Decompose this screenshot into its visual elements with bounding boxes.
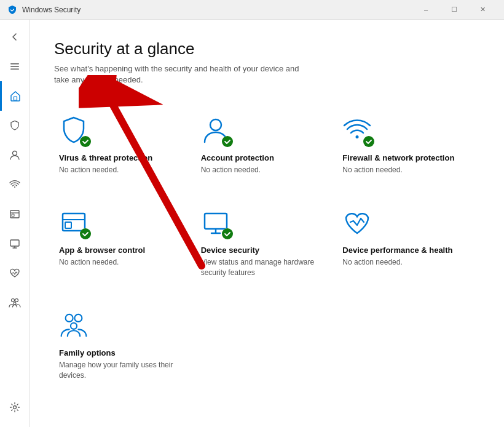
svg-point-29 (71, 323, 77, 329)
monitor-icon (9, 238, 20, 249)
svg-point-11 (11, 299, 14, 302)
sidebar-item-device-security[interactable] (0, 229, 30, 258)
card-virus-threat[interactable]: Virus & threat protection No action need… (54, 105, 196, 185)
svg-point-28 (74, 314, 82, 322)
svg-rect-23 (205, 214, 227, 229)
app-browser-check-icon (80, 228, 91, 239)
device-security-title: Device security (201, 245, 328, 255)
svg-rect-7 (12, 214, 14, 217)
sidebar-item-settings[interactable] (0, 393, 30, 422)
device-security-status: View status and manage hardware security… (201, 257, 328, 278)
app-container: Security at a glance See what's happenin… (0, 20, 504, 427)
virus-threat-icon-container (59, 115, 91, 147)
back-icon (9, 31, 20, 42)
svg-point-17 (222, 136, 233, 147)
home-icon (10, 90, 21, 102)
card-device-security[interactable]: Device security View status and manage h… (196, 198, 338, 288)
card-family-options[interactable]: Family options Manage how your family us… (54, 300, 196, 391)
device-performance-icon-container (342, 207, 374, 239)
device-performance-heart-icon (342, 207, 372, 237)
card-account-protection[interactable]: Account protection No action needed. (196, 105, 338, 185)
svg-point-4 (12, 151, 17, 156)
device-security-icon-container (201, 207, 233, 239)
virus-threat-title: Virus & threat protection (59, 153, 186, 162)
svg-rect-1 (10, 66, 19, 67)
sidebar-item-account[interactable] (0, 140, 30, 170)
svg-point-22 (80, 228, 91, 239)
svg-rect-8 (10, 240, 19, 246)
account-protection-status: No action needed. (201, 165, 328, 175)
firewall-check-icon (363, 136, 374, 147)
main-content: Security at a glance See what's happenin… (30, 20, 504, 427)
firewall-icon-container (342, 115, 374, 147)
app-browser-status: No action needed. (59, 257, 186, 268)
sidebar-item-device-performance[interactable] (0, 258, 30, 288)
sidebar-bottom (0, 393, 30, 422)
family-options-status: Manage how your family uses their device… (59, 360, 186, 381)
family-people-icon (59, 310, 89, 340)
hamburger-icon (9, 61, 20, 72)
page-title: Security at a glance (54, 39, 479, 58)
app-browser-title: App & browser control (59, 245, 186, 255)
svg-rect-3 (14, 97, 17, 100)
virus-threat-status: No action needed. (59, 165, 186, 175)
wifi-icon (9, 179, 20, 190)
maximize-button[interactable]: ☐ (440, 0, 468, 20)
family-options-title: Family options (59, 348, 186, 357)
sidebar-item-family[interactable] (0, 288, 30, 317)
svg-rect-0 (10, 63, 19, 65)
card-device-performance[interactable]: Device performance & health No action ne… (337, 198, 479, 288)
sidebar (0, 20, 30, 427)
security-grid: Virus & threat protection No action need… (54, 105, 479, 390)
sidebar-item-firewall[interactable] (0, 170, 30, 199)
browser-icon (9, 209, 20, 220)
svg-point-18 (363, 136, 374, 147)
sidebar-top (0, 20, 29, 317)
shield-icon (9, 120, 20, 131)
card-app-browser[interactable]: App & browser control No action needed. (54, 198, 196, 288)
family-icon (9, 297, 21, 309)
account-check-icon (222, 136, 233, 147)
app-icon (7, 5, 17, 15)
minimize-button[interactable]: – (412, 0, 440, 20)
sidebar-item-app-browser[interactable] (0, 199, 30, 229)
svg-point-27 (66, 314, 73, 322)
svg-point-15 (80, 136, 91, 147)
svg-point-12 (15, 299, 18, 302)
account-icon-container (201, 115, 233, 147)
sidebar-item-home[interactable] (0, 81, 30, 111)
gear-icon (9, 402, 20, 413)
device-performance-title: Device performance & health (342, 245, 470, 255)
title-bar: Windows Security – ☐ ✕ (0, 0, 504, 20)
firewall-network-status: No action needed. (342, 165, 470, 175)
card-firewall-network[interactable]: Firewall & network protection No action … (337, 105, 479, 185)
family-icon-container (59, 310, 91, 342)
window-controls: – ☐ ✕ (412, 0, 497, 20)
svg-point-13 (14, 302, 16, 305)
account-protection-title: Account protection (201, 153, 328, 162)
svg-point-26 (222, 228, 233, 239)
person-icon (9, 150, 20, 161)
sidebar-back-button[interactable] (0, 22, 30, 52)
svg-rect-2 (10, 69, 19, 70)
close-button[interactable]: ✕ (468, 0, 497, 20)
sidebar-menu-button[interactable] (0, 52, 30, 81)
svg-point-16 (210, 119, 221, 130)
sidebar-item-virus[interactable] (0, 111, 30, 140)
firewall-network-title: Firewall & network protection (342, 153, 470, 162)
device-security-check-icon (222, 228, 233, 239)
window-title: Windows Security (22, 6, 412, 14)
page-subtitle: See what's happening with the security a… (54, 63, 300, 86)
device-performance-status: No action needed. (342, 257, 470, 268)
heart-icon (9, 268, 20, 279)
svg-rect-21 (65, 222, 71, 228)
virus-check-icon (80, 136, 91, 147)
app-browser-icon-container (59, 207, 91, 239)
svg-point-14 (13, 406, 16, 409)
